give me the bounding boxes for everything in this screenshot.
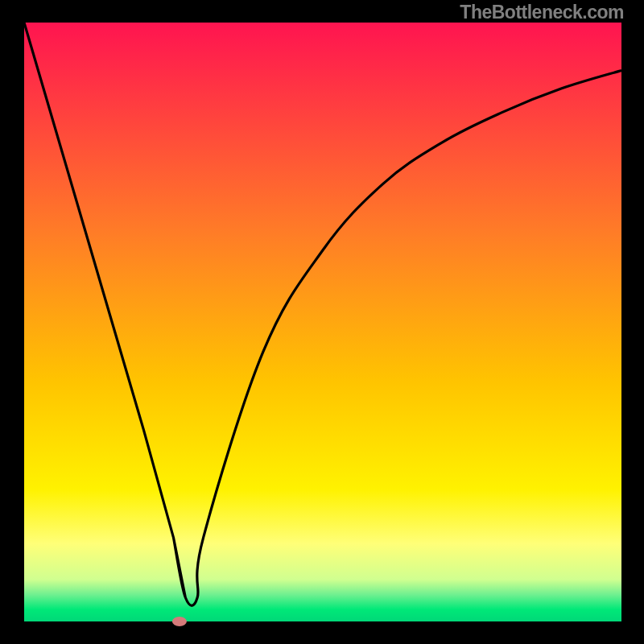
minimum-point-marker bbox=[172, 617, 187, 626]
plot-background bbox=[24, 23, 621, 621]
bottleneck-chart bbox=[0, 0, 644, 644]
attribution-text: TheBottleneck.com bbox=[460, 2, 624, 23]
chart-container: TheBottleneck.com bbox=[0, 0, 644, 644]
